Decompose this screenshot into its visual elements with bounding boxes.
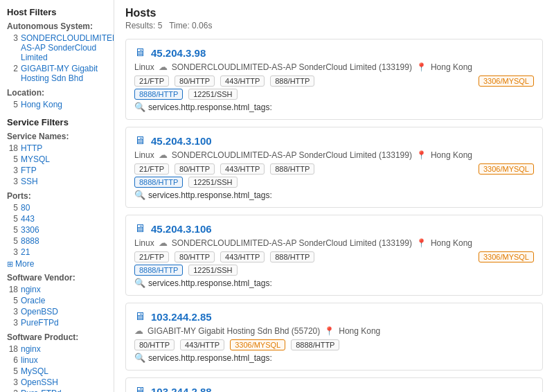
services-tag: 🔍 services.http.response.html_tags: Meta… [134,102,534,112]
asn-label[interactable]: SONDERCLOUDLIMITED-AS-AP SonderCloud Lim… [172,238,412,248]
host-card: 🖥 45.204.3.98 Linux☁SONDERCLOUDLIMITED-A… [125,39,543,120]
location-label: Hong Kong [339,326,380,336]
host-card: 🖥 103.244.2.85 ☁GIGABIT-MY Gigabit Hosti… [125,303,543,371]
product-item: 3OpenSSH [7,377,107,388]
host-ip[interactable]: 45.204.3.106 [151,223,212,235]
asn-label[interactable]: SONDERCLOUDLIMITED-AS-AP SonderCloud Lim… [172,62,412,72]
port-item: 5443 [7,213,107,224]
host-cards-container: 🖥 45.204.3.98 Linux☁SONDERCLOUDLIMITED-A… [125,39,543,392]
port-tag[interactable]: 443/HTTP [180,339,224,350]
port-tag[interactable]: 443/HTTP [220,251,265,262]
software-vendor-title: Software Vendor: [7,273,107,283]
port-item: 53306 [7,224,107,235]
monitor-icon: 🖥 [134,134,145,147]
service-name-item: 5MYSQL [7,154,107,165]
port-tag-right[interactable]: 3306/MYSQL [479,251,534,262]
monitor-icon: 🖥 [134,385,145,392]
port-tag[interactable]: 3306/MYSQL [230,339,285,350]
host-header: 🖥 103.244.2.85 [134,310,534,323]
as-item: 2GIGABIT-MY Gigabit Hosting Sdn Bhd [7,63,107,84]
host-ip[interactable]: 45.204.3.100 [151,135,212,147]
port-tag[interactable]: 8888/HTTP [134,177,183,188]
port-tag-right[interactable]: 3306/MYSQL [479,75,534,87]
results-meta: Results: 5 Time: 0.06s [125,21,543,30]
monitor-icon: 🖥 [134,46,145,59]
vendor-item: 3PureFTPd [7,317,107,328]
cloud-icon: ☁ [159,238,168,248]
port-item: 580 [7,202,107,213]
port-tag-right[interactable]: 3306/MYSQL [479,163,534,175]
port-tag[interactable]: 80/HTTP [134,339,175,350]
ports-row-1: 80/HTTP443/HTTP3306/MYSQL8888/HTTP [134,339,534,350]
location-label: Hong Kong [431,238,472,248]
os-label: Linux [134,238,154,248]
ports-row-2: 8888/HTTP12251/SSH [134,177,534,188]
service-filters-title: Service Filters [7,117,107,127]
host-meta: ☁GIGABIT-MY Gigabit Hosting Sdn Bhd (557… [134,326,534,336]
host-header: 🖥 45.204.3.106 [134,222,534,235]
location-pin-icon: 📍 [416,150,427,160]
port-tag[interactable]: 443/HTTP [220,163,265,175]
ports-row-1: 21/FTP80/HTTP443/HTTP888/HTTP3306/MYSQL [134,163,534,175]
host-card: 🖥 45.204.3.106 Linux☁SONDERCLOUDLIMITED-… [125,215,543,296]
port-item: 321 [7,247,107,258]
host-filters-title: Host Filters [7,7,107,17]
as-item: 3SONDERCLOUDLIMITED AS-AP SonderCloud Li… [7,33,107,63]
asn-label[interactable]: SONDERCLOUDLIMITED-AS-AP SonderCloud Lim… [172,150,412,160]
location-label: Hong Kong [431,62,472,72]
service-name-item: 3SSH [7,176,107,187]
host-meta: Linux☁SONDERCLOUDLIMITED-AS-AP SonderClo… [134,150,534,160]
port-tag[interactable]: 888/HTTP [270,251,314,262]
search-icon: 🔍 [134,190,145,200]
port-tag[interactable]: 21/FTP [134,163,169,175]
location-pin-icon: 📍 [416,238,427,248]
port-tag[interactable]: 443/HTTP [220,75,265,87]
vendor-item: 18nginx [7,284,107,295]
service-name-item: 3FTP [7,165,107,176]
port-tag[interactable]: 888/HTTP [270,163,314,175]
sidebar: Host Filters Autonomous System: 3SONDERC… [0,0,114,392]
ports-title: Ports: [7,191,107,201]
port-tag[interactable]: 80/HTTP [175,75,215,87]
port-tag[interactable]: 8888/HTTP [134,89,183,100]
search-icon: 🔍 [134,102,145,112]
port-tag[interactable]: 888/HTTP [270,75,314,87]
port-tag[interactable]: 21/FTP [134,75,169,87]
product-item: 3Pure-FTPd [7,388,107,392]
host-ip[interactable]: 45.204.3.98 [151,47,206,59]
ports-row-1: 21/FTP80/HTTP443/HTTP888/HTTP3306/MYSQL [134,251,534,262]
more-ports-link[interactable]: ⊞ More [7,259,107,269]
port-tag[interactable]: 8888/HTTP [134,265,183,276]
port-tag[interactable]: 12251/SSH [188,177,237,188]
port-tag[interactable]: 12251/SSH [188,265,237,276]
services-text: services.http.response.html_tags: MetaMa… [148,190,272,200]
port-tag[interactable]: 80/HTTP [175,251,215,262]
port-tag[interactable]: 12251/SSH [188,89,237,100]
ports-row-2: 8888/HTTP12251/SSH [134,265,534,276]
ports-list: 58054435330658888321 [7,202,107,258]
cloud-icon: ☁ [159,62,168,72]
autonomous-system-title: Autonomous System: [7,21,107,31]
port-tag[interactable]: 80/HTTP [175,163,215,175]
port-tag[interactable]: 21/FTP [134,251,169,262]
services-tag: 🔍 services.http.response.html_tags: Meta… [134,278,534,288]
asn-label[interactable]: GIGABIT-MY Gigabit Hosting Sdn Bhd (5572… [148,326,320,336]
location-label: Hong Kong [431,150,472,160]
host-card: 🖥 103.244.2.88 ☁GIGABIT-MY Gigabit Hosti… [125,377,543,392]
host-header: 🖥 103.244.2.88 [134,385,534,392]
as-items-list: 3SONDERCLOUDLIMITED AS-AP SonderCloud Li… [7,33,107,84]
location-title: Location: [7,88,107,98]
cloud-icon: ☁ [159,150,168,160]
port-tag[interactable]: 8888/HTTP [291,339,339,350]
host-ip[interactable]: 103.244.2.85 [151,311,212,323]
host-meta: Linux☁SONDERCLOUDLIMITED-AS-AP SonderClo… [134,238,534,248]
services-text: services.http.response.html_tags: MetaMa… [148,103,272,112]
host-ip[interactable]: 103.244.2.88 [151,386,212,393]
vendor-item: 3OpenBSD [7,306,107,317]
product-item: 6linux [7,355,107,366]
ports-row-1: 21/FTP80/HTTP443/HTTP888/HTTP3306/MYSQL [134,75,534,87]
monitor-icon: 🖥 [134,310,145,323]
os-label: Linux [134,62,154,72]
ports-row-2: 8888/HTTP12251/SSH [134,89,534,100]
location-items-list: 5Hong Kong [7,99,107,110]
